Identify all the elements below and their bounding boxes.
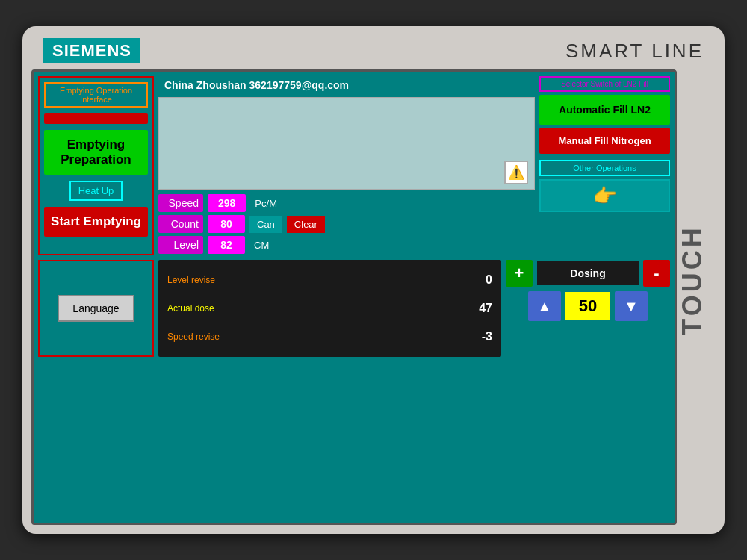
level-row: Level 82 CM [158,236,535,254]
start-emptying-button[interactable]: Start Emptying [44,207,148,237]
bottom-center-panel: Level revise 0 Actual dose 47 Speed revi… [158,260,501,357]
product-line-label: SMART LINE [565,40,704,63]
stepper-down-button[interactable]: ▼ [615,291,648,321]
level-revise-label: Level revise [167,275,215,285]
screen-area: Emptying Operation Interface Emptying Pr… [31,69,677,525]
left-control-panel: Emptying Operation Interface Emptying Pr… [38,76,154,255]
stepper-value-display: 50 [565,292,610,320]
count-value: 80 [208,215,245,233]
speed-row: Speed 298 Pc/M [158,194,535,212]
metrics-grid: Speed 298 Pc/M Count 80 Can Clear Level [158,193,535,255]
dosing-button[interactable]: Dosing [537,261,639,285]
minus-button[interactable]: - [643,260,670,287]
level-revise-value: 0 [462,273,492,287]
dosing-row: + Dosing - [506,260,670,287]
level-label: Level [158,236,203,254]
top-section: Emptying Operation Interface Emptying Pr… [38,76,670,255]
other-ops-area: Other Operations 👉 [539,160,670,212]
actual-dose-value: 47 [462,302,492,315]
info-header: China Zhoushan 362197759@qq.com [158,76,535,94]
stepper-up-button[interactable]: ▲ [528,291,561,321]
level-unit: CM [249,237,273,254]
stepper-row: ▲ 50 ▼ [506,291,670,321]
hand-icon[interactable]: 👉 [539,179,670,212]
manual-fill-button[interactable]: Manual Fill Nitrogen [539,128,670,154]
actual-dose-label: Actual dose [167,303,214,314]
siemens-logo: SIEMENS [43,38,140,63]
device-header: SIEMENS SMART LINE [31,35,716,69]
clear-button[interactable]: Clear [287,216,325,233]
can-button[interactable]: Can [249,216,282,233]
heat-up-button[interactable]: Heat Up [69,181,123,201]
level-revise-row: Level revise 0 [167,273,492,287]
level-value: 82 [208,236,245,254]
actual-dose-row: Actual dose 47 [167,302,492,315]
speed-revise-label: Speed revise [167,332,220,342]
count-label: Count [158,215,203,233]
display-box: ⚠️ [158,97,535,190]
emptying-prep-button[interactable]: Emptying Preparation [44,130,148,175]
bottom-left-panel: Language [38,260,154,357]
other-ops-label: Other Operations [539,160,670,176]
touch-label: TOUCH [677,225,708,335]
auto-fill-button[interactable]: Automatic Fill LN2 [539,95,670,125]
plus-button[interactable]: + [506,260,533,287]
warning-icon: ⚠️ [504,161,528,184]
right-panel: Selector Switch of LN2 Fill Automatic Fi… [539,76,670,255]
speed-unit: Pc/M [250,195,282,212]
center-panel: China Zhoushan 362197759@qq.com ⚠️ Speed… [158,76,535,255]
device-frame: SIEMENS SMART LINE TOUCH Emptying Operat… [22,26,725,534]
language-button[interactable]: Language [58,295,134,322]
bottom-section: Language Level revise 0 Actual dose 47 S… [38,260,670,357]
emptying-op-label: Emptying Operation Interface [44,82,148,108]
bottom-right-panel: + Dosing - ▲ 50 ▼ [506,260,670,357]
speed-revise-row: Speed revise -3 [167,330,492,343]
selector-label: Selector Switch of LN2 Fill [539,76,670,92]
speed-label: Speed [158,194,203,212]
speed-value: 298 [208,194,246,212]
status-bar-red [44,113,148,124]
speed-revise-value: -3 [462,330,492,343]
count-row: Count 80 Can Clear [158,215,535,233]
